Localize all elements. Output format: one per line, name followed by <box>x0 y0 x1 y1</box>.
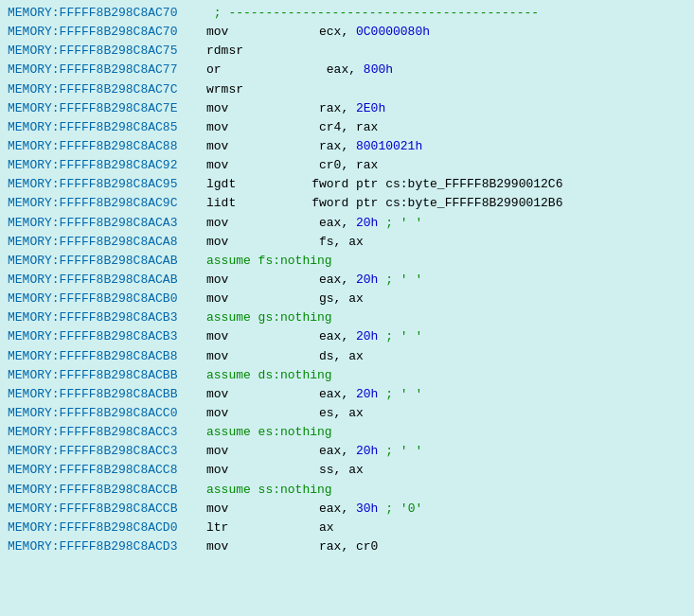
address: MEMORY:FFFFF8B298C8ACA3 <box>8 214 206 233</box>
table-row: MEMORY:FFFFF8B298C8AC75rdmsr <box>8 42 686 61</box>
operand: es, ax <box>282 404 364 423</box>
address: MEMORY:FFFFF8B298C8AC7C <box>8 80 206 99</box>
address: MEMORY:FFFFF8B298C8AC70 <box>8 4 206 23</box>
table-row: MEMORY:FFFFF8B298C8ACC3mov eax, 20h ; ' … <box>8 442 686 461</box>
table-row: MEMORY:FFFFF8B298C8AC7Emov rax, 2E0h <box>8 99 686 118</box>
mnemonic: mov <box>206 327 282 346</box>
address: MEMORY:FFFFF8B298C8AC9C <box>8 194 206 213</box>
mnemonic: mov <box>206 214 282 233</box>
address: MEMORY:FFFFF8B298C8ACBB <box>8 385 206 404</box>
comment: ; ' ' <box>378 214 422 233</box>
mnemonic: mov <box>206 404 282 423</box>
table-row: MEMORY:FFFFF8B298C8AC92mov cr0, rax <box>8 156 686 175</box>
table-row: MEMORY:FFFFF8B298C8ACABmov eax, 20h ; ' … <box>8 271 686 290</box>
hex-value: 20h <box>356 214 378 233</box>
code-view: MEMORY:FFFFF8B298C8AC70 ; --------------… <box>0 0 694 560</box>
hex-value: 20h <box>356 442 378 461</box>
operand: gs, ax <box>282 290 364 308</box>
separator: ; --------------------------------------… <box>206 4 539 23</box>
address: MEMORY:FFFFF8B298C8AC7E <box>8 99 206 118</box>
table-row: MEMORY:FFFFF8B298C8ACCBmov eax, 30h ; '0… <box>8 500 686 519</box>
table-row: MEMORY:FFFFF8B298C8AC9Clidt fword ptr cs… <box>8 194 686 213</box>
table-row: MEMORY:FFFFF8B298C8ACB3assume gs:nothing <box>8 308 686 327</box>
table-row: MEMORY:FFFFF8B298C8AC77or eax, 800h <box>8 61 686 79</box>
address: MEMORY:FFFFF8B298C8ACC3 <box>8 442 206 461</box>
table-row: MEMORY:FFFFF8B298C8ACA3mov eax, 20h ; ' … <box>8 214 686 233</box>
mnemonic: mov <box>206 461 282 480</box>
table-row: MEMORY:FFFFF8B298C8AC85mov cr4, rax <box>8 118 686 137</box>
assume-keyword: assume <box>206 252 251 271</box>
hex-value: 20h <box>356 385 378 404</box>
address: MEMORY:FFFFF8B298C8ACA8 <box>8 233 206 252</box>
table-row: MEMORY:FFFFF8B298C8AC95lgdt fword ptr cs… <box>8 175 686 194</box>
operand: eax, <box>282 385 356 404</box>
mnemonic: mov <box>206 118 282 137</box>
operand: eax, <box>282 214 356 233</box>
table-row: MEMORY:FFFFF8B298C8AC70mov ecx, 0C000008… <box>8 23 686 42</box>
assume-keyword: assume <box>206 308 251 327</box>
address: MEMORY:FFFFF8B298C8ACD3 <box>8 537 206 556</box>
operand: ax <box>282 519 334 537</box>
address: MEMORY:FFFFF8B298C8ACCB <box>8 500 206 519</box>
assume-keyword: assume <box>206 423 251 442</box>
address: MEMORY:FFFFF8B298C8ACB3 <box>8 308 206 327</box>
table-row: MEMORY:FFFFF8B298C8ACA8mov fs, ax <box>8 233 686 252</box>
assume-keyword: assume <box>206 481 251 500</box>
operand: rax, cr0 <box>282 537 378 556</box>
address: MEMORY:FFFFF8B298C8ACB3 <box>8 327 206 346</box>
operand: eax, <box>282 61 364 79</box>
comment: ; ' ' <box>378 271 422 290</box>
table-row: MEMORY:FFFFF8B298C8AC7Cwrmsr <box>8 80 686 99</box>
address: MEMORY:FFFFF8B298C8AC88 <box>8 137 206 156</box>
operand: eax, <box>282 442 356 461</box>
operand: eax, <box>282 327 356 346</box>
operand: cr4, rax <box>282 118 378 137</box>
address: MEMORY:FFFFF8B298C8ACB8 <box>8 347 206 366</box>
hex-value: 30h <box>356 500 378 519</box>
address: MEMORY:FFFFF8B298C8AC70 <box>8 23 206 42</box>
mnemonic: mov <box>206 271 282 290</box>
table-row: MEMORY:FFFFF8B298C8ACC3assume es:nothing <box>8 423 686 442</box>
mnemonic: lidt <box>206 194 282 213</box>
comment: ; ' ' <box>378 442 422 461</box>
table-row: MEMORY:FFFFF8B298C8ACB0mov gs, ax <box>8 290 686 308</box>
mnemonic: wrmsr <box>206 80 282 99</box>
mnemonic: rdmsr <box>206 42 282 61</box>
hex-value: 800h <box>364 61 393 79</box>
operand: ecx, <box>282 23 356 42</box>
assume-keyword: assume <box>206 366 251 385</box>
operand: ds, ax <box>282 347 364 366</box>
operand: eax, <box>282 271 356 290</box>
operand: rax, <box>282 99 356 118</box>
mnemonic: mov <box>206 385 282 404</box>
operand: rax, <box>282 137 356 156</box>
operand: ss, ax <box>282 461 364 480</box>
table-row: MEMORY:FFFFF8B298C8ACD3mov rax, cr0 <box>8 537 686 556</box>
mnemonic: lgdt <box>206 175 282 194</box>
mnemonic: mov <box>206 537 282 556</box>
mnemonic: or <box>206 61 282 79</box>
mnemonic: mov <box>206 290 282 308</box>
address: MEMORY:FFFFF8B298C8ACAB <box>8 271 206 290</box>
comment: ; ' ' <box>378 327 422 346</box>
hex-value: 20h <box>356 327 378 346</box>
address: MEMORY:FFFFF8B298C8ACBB <box>8 366 206 385</box>
address: MEMORY:FFFFF8B298C8ACC8 <box>8 461 206 480</box>
address: MEMORY:FFFFF8B298C8AC92 <box>8 156 206 175</box>
address: MEMORY:FFFFF8B298C8ACC0 <box>8 404 206 423</box>
hex-value: 0C0000080h <box>356 23 430 42</box>
mnemonic: mov <box>206 500 282 519</box>
table-row: MEMORY:FFFFF8B298C8ACABassume fs:nothing <box>8 252 686 271</box>
table-row: MEMORY:FFFFF8B298C8ACCBassume ss:nothing <box>8 481 686 500</box>
comment: ; ' ' <box>378 385 422 404</box>
table-row: MEMORY:FFFFF8B298C8ACD0ltr ax <box>8 519 686 537</box>
address: MEMORY:FFFFF8B298C8ACD0 <box>8 519 206 537</box>
address: MEMORY:FFFFF8B298C8ACB0 <box>8 290 206 308</box>
hex-value: 80010021h <box>356 137 422 156</box>
address: MEMORY:FFFFF8B298C8ACC3 <box>8 423 206 442</box>
mnemonic: mov <box>206 233 282 252</box>
mnemonic: mov <box>206 99 282 118</box>
address: MEMORY:FFFFF8B298C8AC95 <box>8 175 206 194</box>
operand: fword ptr cs:byte_FFFFF8B2990012B6 <box>282 194 562 213</box>
table-row: MEMORY:FFFFF8B298C8AC88mov rax, 80010021… <box>8 137 686 156</box>
